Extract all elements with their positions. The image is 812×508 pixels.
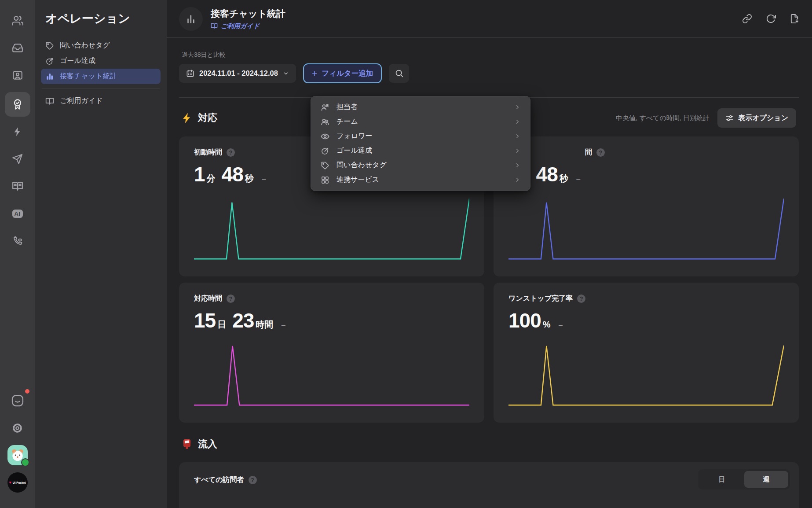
page-title-block: 接客チャット統計 ご利用ガイド	[211, 7, 285, 30]
card-title-row: ワンストップ完了率 ?	[508, 294, 784, 303]
users-icon	[12, 15, 23, 26]
delta-indicator: –	[262, 174, 266, 184]
card-title: 対応時間	[194, 294, 222, 303]
toolbar-row: 2024.11.01 - 2024.12.08 + フィルター追加	[179, 63, 799, 83]
sidebar: オペレーション 問い合わせタグ ゴール達成 接客チャット統計 ご利用ガイド	[35, 0, 167, 508]
menu-item-follower[interactable]: フォロワー	[311, 129, 530, 144]
menu-item-assignee[interactable]: 担当者	[311, 100, 530, 114]
page-title: 接客チャット統計	[211, 7, 285, 20]
search-icon	[395, 69, 404, 78]
search-button[interactable]	[389, 64, 409, 83]
rail-item-automation[interactable]	[7, 121, 29, 142]
card-title-row: 間 ?	[585, 148, 784, 157]
rail-item-knowledge[interactable]	[7, 176, 29, 197]
bolt-icon	[12, 126, 23, 137]
tag-icon	[320, 161, 330, 170]
visitors-card: すべての訪問者 ? 日 週	[179, 462, 799, 508]
postbox-icon	[182, 438, 192, 450]
menu-item-label: フォロワー	[337, 132, 373, 141]
rail-item-campaigns[interactable]	[7, 148, 29, 169]
rail-item-phone[interactable]	[7, 230, 29, 251]
response-section-title: 対応	[182, 111, 217, 125]
rail-item-users[interactable]	[7, 10, 29, 31]
visitors-card-title-row: すべての訪問者 ?	[194, 475, 257, 485]
sidebar-item-label: 接客チャット統計	[60, 72, 117, 81]
main-area: 接客チャット統計 ご利用ガイド 過去38日と比較 2024.11.01 - 20…	[167, 0, 812, 508]
rail-item-ai[interactable]: AI	[7, 203, 29, 224]
eye-icon	[320, 132, 330, 141]
online-status-dot	[21, 458, 29, 467]
display-options-label: 表示オプション	[738, 114, 788, 123]
card-value: 15日23時間–	[194, 309, 469, 332]
sidebar-item-label: ご利用ガイド	[60, 96, 103, 106]
gear-icon	[11, 422, 23, 434]
team-icon	[320, 118, 330, 126]
rail-item-inbox[interactable]	[7, 37, 29, 59]
plus-icon: +	[312, 69, 317, 78]
inflow-section-title: 流入	[198, 438, 217, 451]
notification-dot	[25, 389, 29, 394]
card-value: 1分48秒–	[508, 162, 784, 186]
lightning-icon	[182, 112, 192, 124]
rail-item-support-chat[interactable]	[7, 390, 29, 411]
bar-chart-icon	[45, 72, 54, 81]
sparkline-chart	[194, 342, 469, 411]
chevron-right-icon	[514, 104, 521, 110]
help-icon[interactable]: ?	[227, 148, 235, 157]
help-icon[interactable]: ?	[249, 476, 257, 484]
display-options-button[interactable]: 表示オプション	[717, 108, 796, 128]
menu-item-team[interactable]: チーム	[311, 114, 530, 129]
rail-item-settings[interactable]	[7, 417, 29, 438]
chevron-right-icon	[514, 118, 521, 125]
inbox-icon	[12, 42, 23, 54]
help-icon[interactable]: ?	[596, 148, 605, 157]
menu-item-goal[interactable]: ゴール達成	[311, 144, 530, 158]
help-icon[interactable]: ?	[227, 294, 235, 303]
card-title: ワンストップ完了率	[508, 294, 573, 303]
menu-item-inquiry-tag[interactable]: 問い合わせタグ	[311, 158, 530, 173]
card-title: 間	[585, 148, 592, 157]
tag-icon	[45, 41, 54, 50]
book-icon	[211, 22, 218, 29]
copy-link-button[interactable]	[742, 14, 752, 24]
date-range-button[interactable]: 2024.11.01 - 2024.12.08	[179, 64, 296, 83]
sidebar-title: オペレーション	[41, 11, 161, 38]
book-icon	[12, 180, 23, 192]
chevron-right-icon	[514, 177, 521, 183]
rail-item-ui-pocket[interactable]: ♥UI Pocket	[7, 472, 29, 493]
section-meta: 中央値, すべての時間, 日別統計	[616, 114, 710, 122]
guide-link[interactable]: ご利用ガイド	[211, 22, 285, 30]
period-toggle: 日 週	[698, 469, 790, 490]
heart-icon: ♥	[9, 480, 11, 485]
toggle-day-button[interactable]: 日	[700, 471, 744, 488]
help-icon[interactable]: ?	[577, 294, 585, 303]
toggle-week-button[interactable]: 週	[744, 471, 788, 488]
menu-item-label: ゴール達成	[337, 146, 372, 155]
chevron-down-icon	[283, 70, 289, 77]
export-button[interactable]	[790, 14, 800, 24]
sidebar-item-guide[interactable]: ご利用ガイド	[41, 93, 161, 109]
sidebar-divider	[42, 88, 160, 89]
rail-item-statistics[interactable]	[5, 92, 30, 117]
phone-icon	[12, 236, 23, 246]
metric-card-one-stop-rate: ワンストップ完了率 ? 100%–	[494, 283, 799, 423]
sparkline-chart	[508, 342, 784, 411]
visitors-card-title: すべての訪問者	[194, 475, 244, 485]
award-icon	[11, 98, 24, 110]
sliders-icon	[725, 114, 734, 122]
add-filter-button[interactable]: + フィルター追加	[303, 63, 382, 83]
sidebar-item-inquiry-tags[interactable]: 問い合わせタグ	[41, 38, 161, 53]
ai-icon: AI	[12, 210, 23, 218]
date-range-value: 2024.11.01 - 2024.12.08	[199, 69, 278, 77]
menu-item-integrations[interactable]: 連携サービス	[311, 173, 530, 187]
menu-item-label: 問い合わせタグ	[337, 161, 387, 170]
sidebar-item-chat-statistics[interactable]: 接客チャット統計	[41, 69, 161, 84]
refresh-button[interactable]	[766, 14, 776, 24]
page-header: 接客チャット統計 ご利用ガイド	[167, 0, 812, 38]
card-value: 100%–	[508, 309, 784, 332]
page-icon-circle	[179, 7, 203, 31]
rail-item-contacts[interactable]	[7, 65, 29, 86]
sidebar-item-goal[interactable]: ゴール達成	[41, 53, 161, 69]
rail-item-account[interactable]	[7, 445, 29, 466]
chat-icon	[11, 394, 24, 407]
